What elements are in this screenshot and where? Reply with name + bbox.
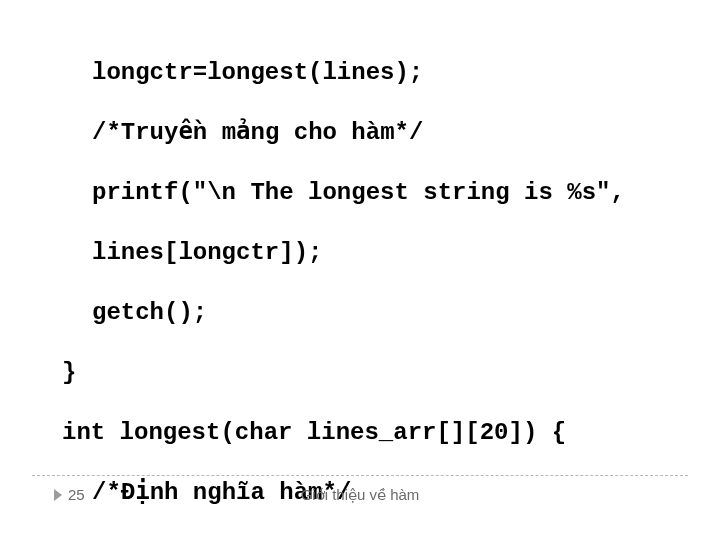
slide: longctr=longest(lines); /*Truyền mảng ch… — [0, 0, 720, 540]
footer-title: Giới thiệu về hàm — [0, 486, 720, 504]
code-line: lines[longctr]); — [62, 238, 720, 268]
code-line: longctr=longest(lines); — [62, 58, 720, 88]
code-line: /*Truyền mảng cho hàm*/ — [62, 118, 720, 148]
code-line: int longest(char lines_arr[][20]) { — [62, 418, 720, 448]
code-line: getch(); — [62, 298, 720, 328]
footer: 25 Giới thiệu về hàm — [0, 484, 720, 508]
footer-divider — [32, 475, 688, 476]
code-block: longctr=longest(lines); /*Truyền mảng ch… — [0, 28, 720, 540]
code-line: printf("\n The longest string is %s", — [62, 178, 720, 208]
code-line: } — [62, 358, 720, 388]
